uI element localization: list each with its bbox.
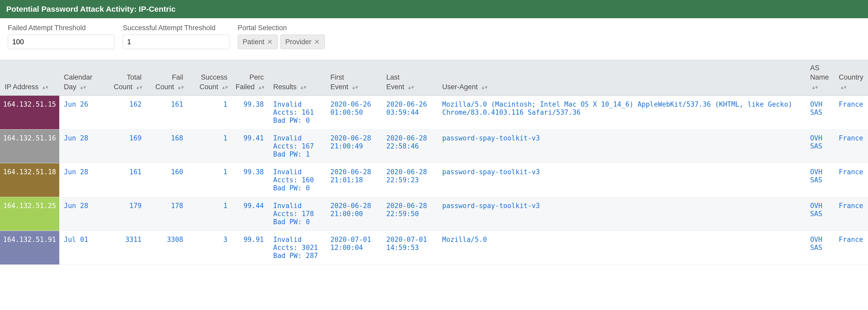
sort-icon: ▲▼ xyxy=(407,84,413,91)
cell-value-last[interactable]: 2020-06-28 22:59:50 xyxy=(386,202,431,218)
cell-value-perc[interactable]: 99.38 xyxy=(243,100,264,108)
cell-value-last[interactable]: 2020-06-28 22:58:46 xyxy=(386,134,431,150)
table-row[interactable]: 164.132.51.91Jul 0133113308399.91Invalid… xyxy=(0,231,868,265)
cell-value-success[interactable]: 1 xyxy=(223,134,227,142)
cell-value-last[interactable]: 2020-06-28 22:59:23 xyxy=(386,168,431,184)
cell-value-ua[interactable]: Mozilla/5.0 (Macintosh; Intel Mac OS X 1… xyxy=(442,100,797,116)
cell-total: 3311 xyxy=(102,231,146,265)
column-header-country[interactable]: Country ▲▼ xyxy=(834,60,868,95)
column-header-results[interactable]: Results ▲▼ xyxy=(269,60,326,95)
cell-value-asname[interactable]: OVH SAS xyxy=(810,236,827,251)
cell-value-day[interactable]: Jun 28 xyxy=(64,134,88,142)
table-row[interactable]: 164.132.51.18Jun 28161160199.38Invalid A… xyxy=(0,163,868,197)
cell-value-first[interactable]: 2020-06-28 21:00:00 xyxy=(331,202,375,218)
column-header-success[interactable]: SuccessCount ▲▼ xyxy=(188,60,232,95)
cell-value-results[interactable]: Invalid Accts: 167 Bad PW: 1 xyxy=(273,134,314,158)
cell-value-ua[interactable]: Mozilla/5.0 xyxy=(442,236,487,243)
cell-value-results[interactable]: Invalid Accts: 160 Bad PW: 0 xyxy=(273,168,314,192)
cell-value-total[interactable]: 3311 xyxy=(125,236,142,243)
cell-first: 2020-06-28 21:01:18 xyxy=(326,163,382,197)
cell-value-total[interactable]: 179 xyxy=(129,202,142,210)
column-header-first[interactable]: FirstEvent ▲▼ xyxy=(326,60,382,95)
cell-country: France xyxy=(834,95,868,129)
column-header-total[interactable]: TotalCount ▲▼ xyxy=(102,60,146,95)
portal-selection-group: Portal Selection Patient ✕ Provider ✕ xyxy=(238,24,325,49)
cell-value-asname[interactable]: OVH SAS xyxy=(810,168,827,184)
cell-fail: 160 xyxy=(146,163,188,197)
cell-value-day[interactable]: Jul 01 xyxy=(64,236,88,243)
table-row[interactable]: 164.132.51.16Jun 28169168199.41Invalid A… xyxy=(0,129,868,163)
close-icon[interactable]: ✕ xyxy=(267,38,273,45)
cell-value-first[interactable]: 2020-06-28 21:01:18 xyxy=(331,168,375,184)
cell-value-fail[interactable]: 160 xyxy=(171,168,183,176)
cell-value-day[interactable]: Jun 28 xyxy=(64,168,88,176)
cell-value-last[interactable]: 2020-06-26 03:59:44 xyxy=(386,100,431,116)
cell-success: 3 xyxy=(188,231,232,265)
cell-value-fail[interactable]: 178 xyxy=(171,202,183,210)
cell-ua: Mozilla/5.0 (Macintosh; Intel Mac OS X 1… xyxy=(438,95,806,129)
cell-value-day[interactable]: Jun 28 xyxy=(64,202,88,210)
portal-chip-patient[interactable]: Patient ✕ xyxy=(238,35,278,49)
cell-value-fail[interactable]: 3308 xyxy=(167,236,183,243)
cell-value-last[interactable]: 2020-07-01 14:59:53 xyxy=(386,236,431,251)
cell-value-ua[interactable]: password-spay-toolkit-v3 xyxy=(442,134,540,142)
cell-results: Invalid Accts: 178 Bad PW: 0 xyxy=(269,197,326,231)
cell-value-success[interactable]: 1 xyxy=(223,202,227,210)
table-row[interactable]: 164.132.51.15Jun 26162161199.38Invalid A… xyxy=(0,95,868,129)
cell-value-asname[interactable]: OVH SAS xyxy=(810,100,827,116)
cell-value-perc[interactable]: 99.41 xyxy=(243,134,264,142)
cell-value-success[interactable]: 1 xyxy=(223,168,227,176)
cell-value-first[interactable]: 2020-06-28 21:00:49 xyxy=(331,134,375,150)
cell-value-day[interactable]: Jun 26 xyxy=(64,100,88,108)
cell-value-country[interactable]: France xyxy=(839,100,863,108)
cell-value-total[interactable]: 169 xyxy=(129,134,142,142)
sort-icon: ▲▼ xyxy=(135,84,142,91)
cell-value-results[interactable]: Invalid Accts: 161 Bad PW: 0 xyxy=(273,100,314,124)
cell-ip: 164.132.51.18 xyxy=(0,163,59,197)
cell-value-total[interactable]: 161 xyxy=(129,168,142,176)
filter-bar: Failed Attempt Threshold Successful Atte… xyxy=(0,18,868,60)
column-header-perc[interactable]: PercFailed ▲▼ xyxy=(232,60,269,95)
successful-threshold-group: Successful Attempt Threshold xyxy=(123,24,229,49)
cell-value-asname[interactable]: OVH SAS xyxy=(810,134,827,150)
cell-value-success[interactable]: 1 xyxy=(223,100,227,108)
portal-chip-row: Patient ✕ Provider ✕ xyxy=(238,35,325,49)
column-header-ip[interactable]: IP Address ▲▼ xyxy=(0,60,59,95)
column-header-fail[interactable]: FailCount ▲▼ xyxy=(146,60,188,95)
cell-value-country[interactable]: France xyxy=(839,202,863,210)
cell-country: France xyxy=(834,231,868,265)
cell-value-fail[interactable]: 168 xyxy=(171,134,183,142)
cell-value-asname[interactable]: OVH SAS xyxy=(810,202,827,218)
cell-value-first[interactable]: 2020-06-26 01:00:50 xyxy=(331,100,375,116)
cell-value-country[interactable]: France xyxy=(839,236,863,243)
cell-value-country[interactable]: France xyxy=(839,168,863,176)
cell-asname: OVH SAS xyxy=(805,231,834,265)
cell-value-country[interactable]: France xyxy=(839,134,863,142)
cell-country: France xyxy=(834,129,868,163)
column-header-asname[interactable]: ASName ▲▼ xyxy=(805,60,834,95)
failed-threshold-input[interactable] xyxy=(8,35,115,49)
cell-value-first[interactable]: 2020-07-01 12:00:04 xyxy=(331,236,375,251)
table-row[interactable]: 164.132.51.25Jun 28179178199.44Invalid A… xyxy=(0,197,868,231)
cell-value-ua[interactable]: password-spay-toolkit-v3 xyxy=(442,202,540,210)
cell-value-perc[interactable]: 99.91 xyxy=(243,236,264,243)
cell-value-perc[interactable]: 99.38 xyxy=(243,168,264,176)
cell-value-perc[interactable]: 99.44 xyxy=(243,202,264,210)
column-header-last[interactable]: LastEvent ▲▼ xyxy=(382,60,438,95)
cell-results: Invalid Accts: 161 Bad PW: 0 xyxy=(269,95,326,129)
failed-threshold-label: Failed Attempt Threshold xyxy=(8,24,115,32)
cell-value-ua[interactable]: password-spay-toolkit-v3 xyxy=(442,168,540,176)
column-header-ua[interactable]: User-Agent ▲▼ xyxy=(438,60,806,95)
portal-chip-provider[interactable]: Provider ✕ xyxy=(280,35,325,49)
cell-value-results[interactable]: Invalid Accts: 178 Bad PW: 0 xyxy=(273,202,314,226)
successful-threshold-input[interactable] xyxy=(123,35,229,49)
cell-value-success[interactable]: 3 xyxy=(223,236,227,243)
sort-icon: ▲▼ xyxy=(351,84,358,91)
table-header-row: IP Address ▲▼CalendarDay ▲▼TotalCount ▲▼… xyxy=(0,60,868,95)
cell-value-results[interactable]: Invalid Accts: 3021 Bad PW: 287 xyxy=(273,236,318,259)
column-header-day[interactable]: CalendarDay ▲▼ xyxy=(59,60,102,95)
cell-ip: 164.132.51.15 xyxy=(0,95,59,129)
cell-value-fail[interactable]: 161 xyxy=(171,100,183,108)
close-icon[interactable]: ✕ xyxy=(314,38,320,45)
cell-value-total[interactable]: 162 xyxy=(129,100,142,108)
